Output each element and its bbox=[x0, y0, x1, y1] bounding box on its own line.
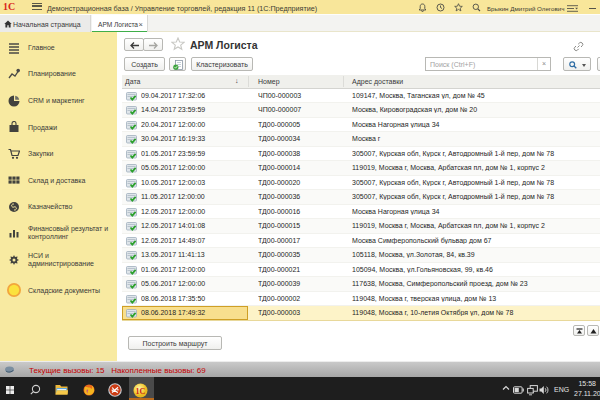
svg-text:1С: 1С bbox=[136, 386, 146, 395]
